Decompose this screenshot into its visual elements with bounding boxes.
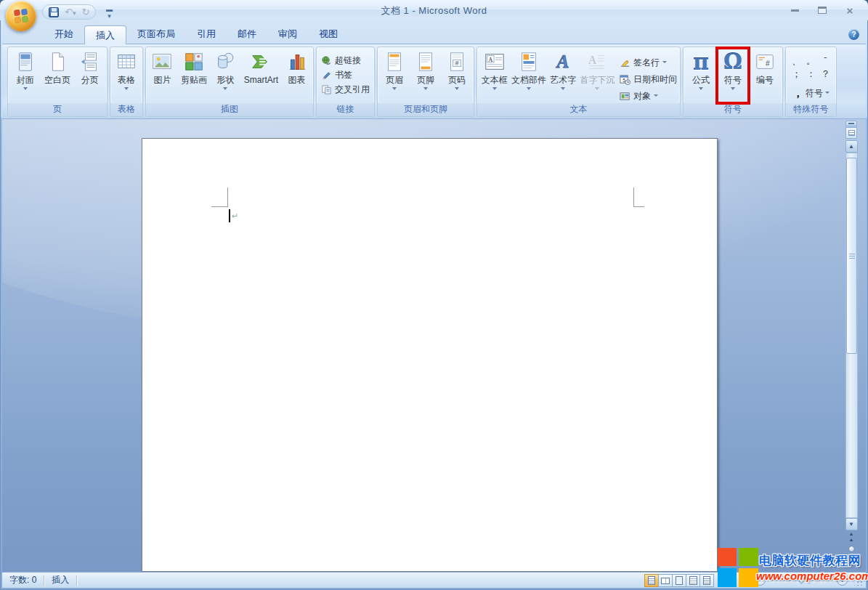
button-label: 文档部件	[511, 75, 546, 85]
footer-icon	[414, 50, 437, 73]
previous-page-button[interactable]: ▲▲	[845, 530, 858, 543]
date-time-button[interactable]: 5 日期和时间	[617, 72, 680, 86]
tab-home[interactable]: 开始	[44, 25, 84, 44]
table-icon	[115, 50, 138, 73]
tab-mailings[interactable]: 邮件	[227, 25, 267, 44]
symbol-button[interactable]: Ω 符号	[718, 49, 747, 103]
scroll-up-button[interactable]: ▲	[845, 140, 858, 153]
ribbon-group-special-symbols: 、 。 ˉ ； ： ？ ， 符号 特殊符号	[785, 47, 837, 117]
zoom-in-button[interactable]: +	[837, 575, 848, 586]
scrollbar-track[interactable]	[845, 153, 858, 518]
footer-button[interactable]: 页脚	[411, 49, 440, 103]
page-break-button[interactable]: 分页	[76, 49, 105, 103]
word-count-status[interactable]: 字数: 0	[2, 573, 44, 588]
button-label: 超链接	[335, 54, 361, 67]
group-label-symbols: 符号	[684, 103, 782, 116]
shapes-icon	[214, 50, 237, 73]
blank-page-button[interactable]: 空白页	[42, 49, 73, 103]
picture-icon	[150, 50, 174, 73]
close-button[interactable]: ×	[842, 4, 858, 16]
scrollbar-thumb[interactable]	[846, 158, 857, 354]
help-icon[interactable]: ?	[848, 29, 859, 40]
next-page-button[interactable]: ▼▼	[845, 555, 858, 567]
symbol-omega-icon: Ω	[721, 50, 745, 73]
header-button[interactable]: 页眉	[380, 49, 409, 103]
signature-line-button[interactable]: 签名行	[617, 55, 680, 70]
zoom-slider-thumb[interactable]	[797, 575, 806, 584]
quick-parts-button[interactable]: 文档部件	[509, 49, 548, 103]
button-label: 日期和时间	[633, 73, 677, 86]
button-label: 符号	[806, 87, 823, 100]
chevron-down-icon	[595, 87, 599, 92]
special-symbol-cell[interactable]: 。	[804, 54, 818, 67]
special-symbol-cell[interactable]: ˉ	[819, 54, 832, 67]
chevron-down-icon	[223, 87, 227, 92]
special-symbol-cell[interactable]: ；	[790, 68, 803, 80]
shapes-button[interactable]: 形状	[211, 49, 240, 103]
draft-view-icon	[703, 576, 710, 585]
picture-button[interactable]: 图片	[147, 49, 177, 103]
zoom-slider-track[interactable]	[770, 579, 832, 581]
button-label: 表格	[118, 75, 135, 85]
minimize-button[interactable]	[787, 4, 803, 16]
special-symbol-cell[interactable]: ？	[819, 68, 832, 80]
tab-view[interactable]: 视图	[308, 25, 349, 44]
equation-button[interactable]: π 公式	[686, 49, 715, 103]
clip-art-icon	[182, 50, 206, 73]
draft-view-button[interactable]	[699, 574, 714, 587]
office-button[interactable]	[6, 1, 36, 31]
chart-button[interactable]: 图表	[283, 49, 312, 103]
text-cursor	[229, 209, 230, 222]
wordart-button[interactable]: A 艺术字	[548, 49, 578, 103]
special-symbol-cell[interactable]: 、	[790, 54, 803, 67]
tab-references[interactable]: 引用	[186, 25, 227, 44]
object-button[interactable]: 对象	[617, 89, 680, 103]
hyperlink-button[interactable]: 超链接	[318, 53, 373, 68]
document-page[interactable]: ↵	[142, 138, 718, 572]
quick-parts-icon	[517, 50, 540, 73]
ruler-toggle-button[interactable]	[845, 127, 857, 139]
paragraph-mark-icon: ↵	[232, 211, 238, 221]
more-symbols-button[interactable]: ， 符号	[790, 86, 832, 101]
tab-review[interactable]: 审阅	[267, 25, 308, 44]
bookmark-button[interactable]: 书签	[318, 68, 373, 82]
chevron-down-icon	[492, 87, 497, 92]
smartart-icon	[249, 50, 272, 73]
button-label: 文本框	[482, 75, 508, 85]
web-layout-view-button[interactable]	[672, 574, 686, 587]
select-browse-object-button[interactable]	[848, 546, 855, 552]
button-label: 对象	[633, 90, 651, 102]
ruler-icon	[848, 130, 855, 136]
group-label-tables: 表格	[110, 103, 142, 116]
tab-page-layout[interactable]: 页面布局	[126, 25, 186, 44]
cover-page-button[interactable]: 封面	[11, 49, 40, 103]
table-button[interactable]: 表格	[112, 49, 141, 103]
comma-icon: ，	[792, 89, 803, 97]
window-resize-grip[interactable]	[854, 577, 863, 586]
special-symbol-cell[interactable]: ：	[804, 68, 818, 80]
smartart-button[interactable]: SmartArt	[242, 49, 280, 103]
header-icon	[383, 50, 406, 73]
cross-reference-button[interactable]: 交叉引用	[318, 82, 373, 97]
number-icon: #	[753, 50, 776, 73]
text-box-button[interactable]: A 文本框	[479, 49, 509, 103]
print-layout-view-button[interactable]	[644, 574, 659, 587]
button-label: 首字下沉	[580, 75, 615, 85]
clip-art-button[interactable]: 剪贴画	[179, 49, 209, 103]
split-window-handle[interactable]	[845, 121, 857, 126]
chevron-down-icon	[662, 61, 667, 65]
page-number-button[interactable]: # 页码	[442, 49, 471, 103]
group-label-header-footer: 页眉和页脚	[378, 103, 474, 116]
insert-mode-status[interactable]: 插入	[44, 573, 76, 588]
number-button[interactable]: # 编号	[750, 49, 779, 103]
maximize-button[interactable]	[814, 4, 830, 16]
drop-cap-button[interactable]: A 首字下沉	[578, 49, 617, 103]
group-label-links: 链接	[317, 103, 374, 116]
full-screen-reading-view-button[interactable]	[658, 574, 673, 587]
svg-text:A: A	[488, 56, 493, 63]
scroll-down-button[interactable]: ▼	[845, 518, 858, 530]
zoom-out-button[interactable]: −	[755, 575, 766, 586]
tab-insert[interactable]: 插入	[84, 25, 126, 44]
outline-view-button[interactable]	[686, 574, 700, 587]
button-label: 交叉引用	[335, 84, 370, 96]
